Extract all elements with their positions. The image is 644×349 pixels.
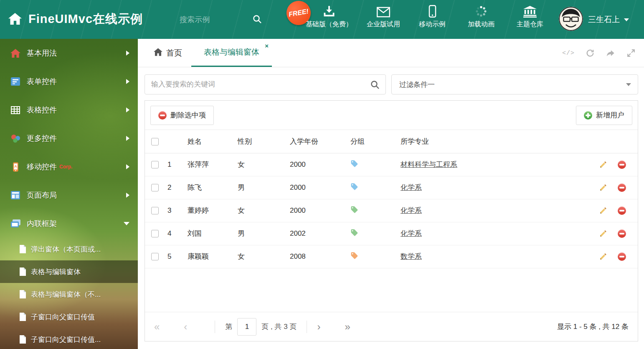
header-nav-loading-animation[interactable]: 加载动画	[463, 4, 499, 29]
search-icon[interactable]	[370, 80, 380, 92]
nav-label: 加载动画	[468, 20, 494, 29]
sidebar-item-label: 表单控件	[27, 76, 57, 87]
layout-icon	[9, 191, 22, 199]
row-index: 3	[167, 199, 188, 222]
delete-icon[interactable]	[618, 252, 626, 261]
header-search-input[interactable]	[180, 13, 248, 27]
spinner-icon	[475, 4, 487, 18]
row-checkbox[interactable]	[151, 184, 159, 191]
row-checkbox[interactable]	[151, 207, 159, 214]
edit-icon[interactable]	[599, 252, 607, 260]
sidebar-item-more-controls[interactable]: 更多控件	[0, 124, 138, 153]
sidebar-item-label: 表格控件	[27, 105, 57, 115]
page-prefix: 第	[225, 322, 232, 331]
tab-label: 首页	[166, 48, 182, 59]
major-link[interactable]: 化学系	[401, 206, 422, 214]
col-year: 入学年份	[290, 130, 350, 153]
chevron-down-icon	[626, 83, 631, 86]
sidebar-subitem-child-to-parent[interactable]: 子窗口向父窗口传值	[0, 306, 138, 328]
first-page-icon[interactable]: «	[154, 322, 160, 332]
header-search	[180, 13, 267, 27]
cell-gender: 男	[238, 222, 290, 245]
sidebar-item-iframe[interactable]: 内联框架	[0, 209, 138, 238]
major-link[interactable]: 化学系	[401, 183, 422, 191]
cell-gender: 女	[238, 245, 290, 268]
sidebar-subitem-popup-window[interactable]: 弹出窗体（本页面或...	[0, 238, 138, 260]
divider	[215, 321, 215, 333]
bank-icon	[523, 4, 537, 18]
header-nav-basic-free[interactable]: 基础版（免费）	[306, 4, 352, 29]
row-checkbox[interactable]	[151, 161, 159, 168]
download-icon	[323, 4, 335, 18]
table-row: 3 董婷婷 女 2000 化学系	[145, 199, 638, 222]
delete-icon[interactable]	[618, 183, 626, 192]
select-all-checkbox[interactable]	[151, 138, 159, 145]
add-user-button[interactable]: 新增用户	[576, 106, 632, 125]
document-icon	[19, 267, 26, 276]
cell-name: 刘国	[188, 222, 238, 245]
close-icon[interactable]: ×	[265, 43, 269, 49]
edit-icon[interactable]	[599, 206, 607, 214]
header-nav-theme-store[interactable]: 主题仓库	[512, 4, 548, 29]
delete-icon[interactable]	[618, 206, 626, 215]
sidebar-subitem-grid-edit-window[interactable]: 表格与编辑窗体	[0, 260, 138, 283]
open-new-window-icon[interactable]	[606, 48, 616, 58]
tag-icon	[350, 252, 358, 260]
col-major: 所学专业	[401, 130, 589, 153]
page-number-input[interactable]	[237, 318, 256, 336]
filter-dropdown[interactable]: 过滤条件一	[391, 74, 638, 94]
edit-icon[interactable]	[599, 183, 607, 191]
user-avatar[interactable]	[559, 7, 583, 31]
header-nav-enterprise-trial[interactable]: 企业版试用	[365, 4, 401, 29]
mail-icon	[377, 4, 390, 18]
prev-page-icon[interactable]: ‹	[184, 322, 187, 332]
delete-icon[interactable]	[618, 160, 626, 169]
row-checkbox[interactable]	[151, 253, 159, 260]
tab-label: 表格与编辑窗体	[204, 47, 259, 58]
delete-selected-button[interactable]: 删除选中项	[150, 106, 214, 125]
search-icon[interactable]	[252, 14, 262, 26]
sidebar-item-mobile-controls[interactable]: A 移动控件 Corp.	[0, 153, 138, 181]
sidebar-subitem-label: 子窗口向父窗口传值	[31, 312, 95, 322]
major-link[interactable]: 化学系	[401, 229, 422, 237]
sidebar-item-basic-usage[interactable]: 基本用法	[0, 39, 138, 67]
minus-circle-icon	[618, 252, 626, 261]
fullscreen-icon[interactable]	[626, 48, 636, 58]
sidebar-item-grid-controls[interactable]: 表格控件	[0, 96, 138, 124]
pagination-bar: « ‹ 第 页 , 共 3 页 › » 显示 1 - 5 条 , 共 12 条	[145, 312, 638, 341]
source-code-icon[interactable]: </>	[562, 50, 575, 57]
edit-icon[interactable]	[599, 229, 607, 237]
filter-value: 过滤条件一	[399, 80, 435, 89]
edit-icon[interactable]	[599, 160, 607, 168]
tab-toolbar: </>	[562, 39, 636, 67]
col-name: 姓名	[188, 130, 238, 153]
chevron-right-icon	[126, 136, 129, 141]
user-menu[interactable]: 三生石上	[588, 14, 629, 25]
delete-icon[interactable]	[618, 229, 626, 238]
sidebar-subitem-label: 表格与编辑窗体（不...	[31, 290, 101, 299]
divider	[307, 321, 307, 333]
mobile-icon	[428, 4, 436, 18]
sidebar-item-form-controls[interactable]: 表单控件	[0, 67, 138, 96]
sidebar-subitem-label: 表格与编辑窗体	[31, 267, 81, 277]
cell-year: 2002	[290, 222, 350, 245]
tab-grid-edit-window[interactable]: 表格与编辑窗体 ×	[191, 39, 272, 67]
refresh-icon[interactable]	[586, 48, 595, 58]
minus-circle-icon	[618, 229, 626, 238]
frame-icon	[9, 219, 22, 228]
major-link[interactable]: 数学系	[401, 252, 422, 260]
next-page-icon[interactable]: ›	[317, 322, 320, 332]
minus-circle-icon	[618, 206, 626, 215]
sidebar-subitem-child-to-parent-2[interactable]: 子窗口向父窗口传值...	[0, 328, 138, 349]
row-checkbox[interactable]	[151, 230, 159, 237]
tab-home[interactable]: 首页	[145, 39, 191, 67]
home-icon[interactable]	[8, 13, 22, 26]
major-link[interactable]: 材料科学与工程系	[401, 160, 457, 168]
header-nav-mobile-demo[interactable]: 移动示例	[414, 4, 450, 29]
sidebar-item-page-layout[interactable]: 页面布局	[0, 181, 138, 209]
sidebar-subitem-grid-edit-window-no[interactable]: 表格与编辑窗体（不...	[0, 283, 138, 306]
last-page-icon[interactable]: »	[345, 322, 350, 332]
keyword-search-input[interactable]	[145, 75, 385, 94]
nav-label: 基础版（免费）	[306, 20, 352, 29]
cell-year: 2008	[290, 245, 350, 268]
